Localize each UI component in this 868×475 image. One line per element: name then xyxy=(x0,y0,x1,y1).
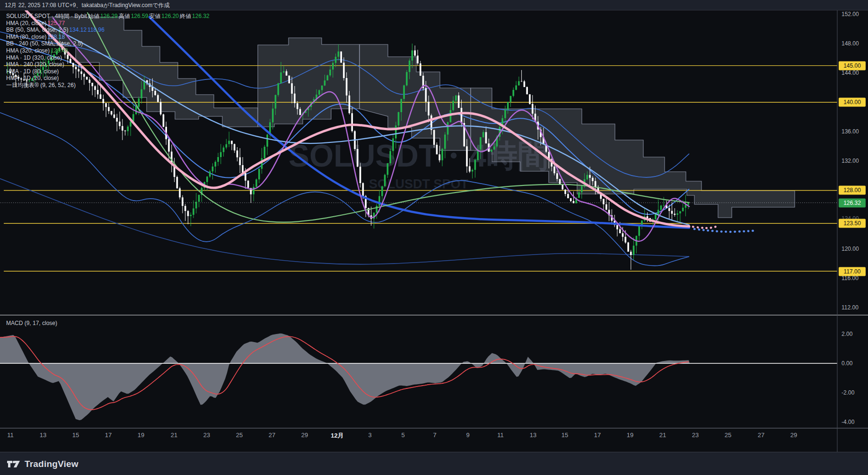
legend-text: HMA (20, close) xyxy=(6,20,46,26)
legend-text: 126.20 xyxy=(161,13,179,19)
price-level-tag: 140.00 xyxy=(839,98,866,107)
time-axis-label: 19 xyxy=(138,431,144,439)
legend-text: HMA · 240 (320, close) xyxy=(6,61,64,68)
price-axis-label: 144.00 xyxy=(842,70,859,76)
legend-text: 終値 xyxy=(180,13,191,19)
legend-text: 126.59 xyxy=(131,13,149,19)
price-level-tag: 145.00 xyxy=(839,62,866,70)
time-axis-label: 15 xyxy=(72,431,79,439)
legend-row[interactable]: HMA (320, close)126.49 xyxy=(6,47,210,54)
time-axis-label: 11 xyxy=(497,431,504,439)
time-axis-label: 25 xyxy=(725,431,731,439)
legend-text: 一目均衡表® (9, 26, 52, 26) xyxy=(6,82,76,88)
time-axis-label: 3 xyxy=(368,431,371,439)
legend-row[interactable]: HMA · 1D (80, close) xyxy=(6,68,210,75)
macd-legend-row[interactable]: MACD (9, 17, close) xyxy=(6,320,57,326)
legend-row[interactable]: BB (50, SMA, close, 2.5)134.12118.96 xyxy=(6,26,210,34)
macd-area xyxy=(0,334,690,421)
legend-text: HMA (320, close) xyxy=(6,47,50,54)
price-axis-label: 2.00 xyxy=(842,331,852,337)
legend-text: 128.18 xyxy=(47,34,65,40)
indicator-legend: SOLUSDT SPOT · 4時間 · Bybit始値126.29高値126.… xyxy=(6,13,210,89)
macd-legend-text: MACD (9, 17, close) xyxy=(6,320,57,326)
blue-dotted-projection xyxy=(694,229,753,232)
ichimoku-cloud xyxy=(471,88,795,218)
price-axis-label: 0.00 xyxy=(842,360,852,367)
time-axis-label: 7 xyxy=(433,431,436,439)
time-axis-label: 21 xyxy=(171,431,177,439)
price-axis-label: 112.00 xyxy=(842,304,859,311)
legend-text: 118.96 xyxy=(88,26,105,33)
ichimoku-cloud xyxy=(359,44,471,150)
price-axis-label: 120.00 xyxy=(842,246,859,252)
time-axis-label: 25 xyxy=(236,431,243,439)
legend-text: BB (50, SMA, close, 2.5) xyxy=(6,26,68,33)
legend-text: 125.77 xyxy=(47,20,65,26)
legend-text: HMA · 1D (320, close) xyxy=(6,54,62,61)
legend-row[interactable]: BB · 240 (50, SMA, close, 2.5) xyxy=(6,40,210,47)
time-axis-label: 29 xyxy=(790,431,797,439)
time-axis-label: 23 xyxy=(203,431,210,439)
legend-row[interactable]: HMA · 1D (320, close) xyxy=(6,54,210,62)
time-axis-label: 21 xyxy=(659,431,666,439)
macd-pane xyxy=(0,334,837,421)
pink-dotted-projection xyxy=(693,226,719,228)
price-level-tag: 117.00 xyxy=(839,267,866,276)
time-axis-label: 13 xyxy=(40,431,46,439)
tradingview-brand-text: TradingView xyxy=(25,459,79,469)
price-axis[interactable]: 152.00148.00144.00136.00132.00124.00120.… xyxy=(838,10,868,452)
last-price-tag: 126.32 xyxy=(839,199,866,208)
legend-text: BB · 240 (50, SMA, close, 2.5) xyxy=(6,40,83,47)
time-axis-label: 13 xyxy=(530,431,536,439)
price-axis-label: 132.00 xyxy=(842,158,859,164)
legend-text: HMA (80, close) xyxy=(6,34,46,40)
legend-row[interactable]: HMA · 1D (20, close) xyxy=(6,75,210,82)
footer-bar: TradingView xyxy=(0,452,868,475)
legend-row[interactable]: HMA (80, close)128.18 xyxy=(6,34,210,41)
time-axis-label: 19 xyxy=(627,431,633,439)
legend-text: 始値 xyxy=(88,13,99,19)
tradingview-logo[interactable]: TradingView xyxy=(7,459,79,469)
time-axis-label: 17 xyxy=(105,431,112,439)
time-axis-label: 29 xyxy=(301,431,308,439)
legend-text: 高値 xyxy=(119,13,130,19)
time-axis-label: 9 xyxy=(466,431,469,439)
price-axis-label: -4.00 xyxy=(842,419,854,425)
legend-text: SOLUSDT SPOT · 4時間 · Bybit xyxy=(6,13,87,19)
price-level-tag: 123.50 xyxy=(839,219,866,228)
legend-text: HMA · 1D (80, close) xyxy=(6,68,59,75)
legend-text: 安値 xyxy=(149,13,160,19)
price-axis-label: 148.00 xyxy=(842,40,859,47)
tradingview-published-chart: 12月 22, 2025 17:08 UTC+9、takatabaがTradin… xyxy=(0,0,868,475)
price-axis-label: -2.00 xyxy=(842,389,854,396)
price-level-tag: 128.00 xyxy=(839,186,866,195)
price-axis-label: 136.00 xyxy=(842,128,859,135)
legend-row[interactable]: HMA · 240 (320, close) xyxy=(6,61,210,68)
time-axis-label: 27 xyxy=(758,431,764,439)
time-axis-label: 11 xyxy=(7,431,14,439)
legend-text: 126.32 xyxy=(192,13,210,19)
legend-text: HMA · 1D (20, close) xyxy=(6,75,59,81)
time-axis-label: 27 xyxy=(269,431,275,439)
symbol-watermark-subtitle: SOLUSDT SPOT xyxy=(369,177,469,191)
legend-text: 126.49 xyxy=(51,47,68,54)
time-axis-label: 15 xyxy=(561,431,568,439)
time-axis[interactable]: 1113151719212325272912月35791113151719212… xyxy=(0,428,837,452)
time-axis-label: 5 xyxy=(401,431,404,439)
legend-text: 126.29 xyxy=(100,13,118,19)
legend-row[interactable]: HMA (20, close)125.77 xyxy=(6,20,210,27)
legend-row[interactable]: 一目均衡表® (9, 26, 52, 26) xyxy=(6,82,210,89)
time-axis-label: 23 xyxy=(692,431,699,439)
price-axis-label: 152.00 xyxy=(842,11,859,18)
legend-text: 134.12 xyxy=(69,26,87,33)
legend-row[interactable]: SOLUSDT SPOT · 4時間 · Bybit始値126.29高値126.… xyxy=(6,13,210,20)
time-axis-label: 12月 xyxy=(331,431,343,440)
tradingview-logo-icon xyxy=(7,459,20,469)
time-axis-label: 17 xyxy=(594,431,601,439)
